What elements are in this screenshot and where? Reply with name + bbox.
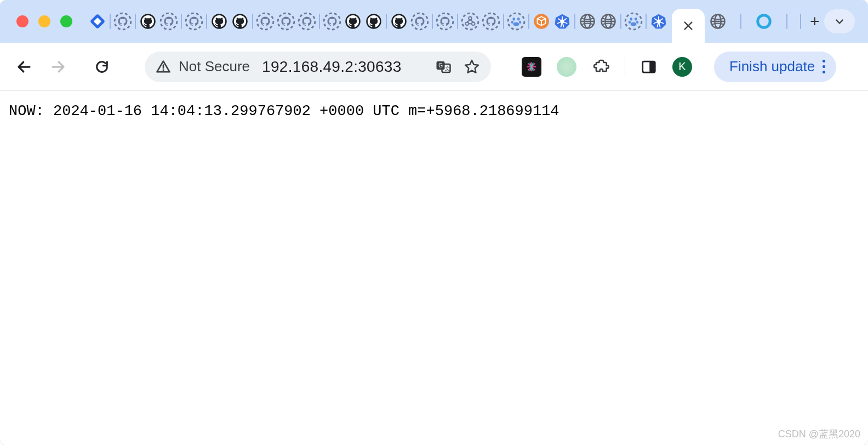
kebab-menu-icon[interactable] <box>823 60 825 73</box>
github-dashed-icon[interactable] <box>184 12 204 31</box>
tab-separator <box>251 12 254 31</box>
tab-separator <box>502 12 505 31</box>
tab-separator <box>456 12 459 31</box>
tab-separator <box>777 12 797 31</box>
github-icon[interactable] <box>364 12 384 31</box>
close-window-button[interactable] <box>16 15 28 27</box>
tab-separator <box>573 12 576 31</box>
minimize-window-button[interactable] <box>38 15 50 27</box>
tab-separator <box>799 12 802 31</box>
chevron-down-icon <box>834 16 845 27</box>
jira-icon[interactable] <box>88 12 107 31</box>
warning-icon <box>156 59 171 75</box>
forward-button[interactable] <box>47 56 69 78</box>
extension-1[interactable] <box>522 57 541 77</box>
tab-separator <box>318 12 321 31</box>
github-dashed-icon[interactable] <box>255 12 275 31</box>
github-dashed-icon[interactable] <box>435 12 455 31</box>
github-dashed-icon[interactable] <box>410 12 430 31</box>
page-content: NOW: 2024-01-16 14:04:13.299767902 +0000… <box>0 91 868 445</box>
window-controls <box>16 15 72 27</box>
svg-point-46 <box>625 13 642 30</box>
tab-separator <box>644 12 648 31</box>
svg-point-65 <box>162 69 164 71</box>
kubernetes-icon[interactable] <box>552 12 572 31</box>
finish-update-button[interactable]: Finish update <box>714 52 836 82</box>
tab-separator <box>619 12 623 31</box>
svg-point-49 <box>629 21 631 24</box>
circle-blue-icon[interactable] <box>754 12 774 31</box>
svg-point-48 <box>635 18 637 21</box>
tab-separator <box>108 12 112 31</box>
post-active-tabs <box>708 12 797 31</box>
svg-point-27 <box>517 18 520 21</box>
tab-dropdown-button[interactable] <box>824 9 855 33</box>
svg-point-29 <box>519 21 521 24</box>
toolbar-right: K <box>522 57 692 77</box>
github-dashed-icon[interactable] <box>276 12 296 31</box>
tab-separator <box>385 12 388 31</box>
active-tab[interactable] <box>672 9 705 43</box>
tab-separator <box>527 12 530 31</box>
page-body-text: NOW: 2024-01-16 14:04:13.299767902 +0000… <box>9 103 859 119</box>
github-icon[interactable] <box>230 12 250 31</box>
github-icon[interactable] <box>138 12 158 31</box>
tab-strip: + <box>0 0 868 43</box>
toolbar: Not Secure 192.168.49.2:30633 G文 K Finis… <box>0 43 868 91</box>
baidu-dashed-icon[interactable] <box>624 12 643 31</box>
side-panel-icon[interactable] <box>641 59 657 75</box>
profile-avatar[interactable]: K <box>672 57 692 77</box>
tangle-dashed-icon[interactable] <box>460 12 480 31</box>
star-icon[interactable] <box>464 59 480 75</box>
svg-text:文: 文 <box>445 66 450 71</box>
tab-separator <box>134 12 137 31</box>
svg-point-25 <box>508 13 524 30</box>
omnibox[interactable]: Not Secure 192.168.49.2:30633 G文 <box>145 52 491 82</box>
svg-point-10 <box>299 13 315 30</box>
finish-update-label: Finish update <box>729 58 815 75</box>
reload-button[interactable] <box>91 56 113 78</box>
svg-point-16 <box>437 13 453 30</box>
github-dashed-icon[interactable] <box>297 12 317 31</box>
svg-point-17 <box>462 13 478 30</box>
github-dashed-icon[interactable] <box>113 12 133 31</box>
tab-separator <box>205 12 208 31</box>
globe-icon[interactable] <box>708 12 728 31</box>
globe-icon[interactable] <box>578 12 597 31</box>
tab-favicons <box>88 12 669 31</box>
github-icon[interactable] <box>343 12 363 31</box>
svg-point-26 <box>512 18 515 21</box>
back-button[interactable] <box>13 56 35 78</box>
svg-point-28 <box>511 21 513 24</box>
svg-point-9 <box>278 13 294 30</box>
tab-separator <box>431 12 434 31</box>
globe-icon[interactable] <box>598 12 618 31</box>
watermark: CSDN @蓝黑2020 <box>778 427 860 441</box>
github-dashed-icon[interactable] <box>481 12 501 31</box>
svg-text:G: G <box>438 62 443 69</box>
extension-2[interactable] <box>557 57 576 77</box>
svg-point-2 <box>115 13 131 30</box>
svg-point-19 <box>466 22 469 25</box>
security-label: Not Secure <box>179 58 250 75</box>
maximize-window-button[interactable] <box>60 15 72 27</box>
github-icon[interactable] <box>209 12 229 31</box>
translate-icon[interactable]: G文 <box>435 59 452 75</box>
svg-point-4 <box>161 13 177 30</box>
svg-point-15 <box>412 13 428 30</box>
svg-point-24 <box>483 13 499 30</box>
github-dashed-icon[interactable] <box>159 12 179 31</box>
kubernetes-icon[interactable] <box>649 12 669 31</box>
tab-separator <box>731 12 751 31</box>
github-icon[interactable] <box>389 12 409 31</box>
cube-orange-icon[interactable] <box>532 12 551 31</box>
extensions-puzzle-icon[interactable] <box>592 58 609 76</box>
svg-rect-77 <box>649 61 655 72</box>
baidu-dashed-icon[interactable] <box>506 12 526 31</box>
new-tab-button[interactable]: + <box>810 12 820 31</box>
tab-separator <box>180 12 183 31</box>
svg-point-18 <box>469 17 472 20</box>
browser-window: + Not Secure 192.168.49.2:30633 G文 <box>0 0 868 445</box>
close-icon[interactable] <box>682 20 694 32</box>
github-dashed-icon[interactable] <box>322 12 342 31</box>
